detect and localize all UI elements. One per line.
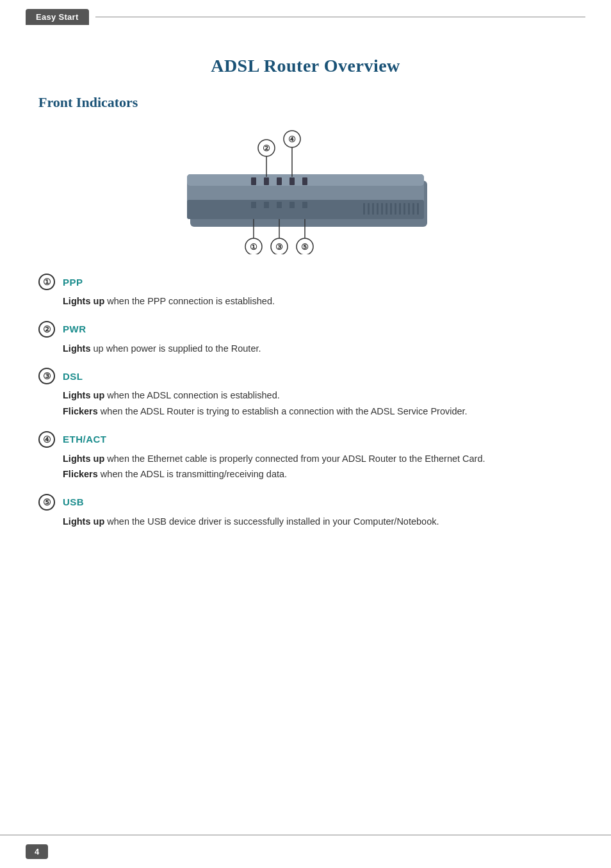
indicator-bold-pwr-1: Lights	[63, 343, 91, 354]
indicator-item-ppp: ① PPP Lights up when the PPP connection …	[38, 274, 573, 309]
indicator-desc-ethact: Lights up when the Ethernet cable is pro…	[38, 451, 573, 482]
indicator-bold-ppp-1: Lights up	[63, 296, 104, 306]
svg-text:⑤: ⑤	[301, 242, 309, 252]
main-title: ADSL Router Overview	[38, 56, 573, 76]
svg-text:④: ④	[288, 135, 296, 144]
indicator-header-ethact: ④ ETH/ACT	[38, 431, 573, 448]
svg-rect-5	[264, 177, 269, 185]
svg-rect-15	[390, 203, 392, 215]
svg-rect-18	[403, 203, 405, 215]
svg-rect-14	[386, 203, 387, 215]
indicator-label-dsl: DSL	[63, 371, 83, 382]
indicator-item-dsl: ③ DSL Lights up when the ADSL connection…	[38, 368, 573, 419]
indicator-item-usb: ⑤ USB Lights up when the USB device driv…	[38, 494, 573, 530]
svg-rect-20	[412, 203, 414, 215]
header-bar: Easy Start	[0, 0, 611, 31]
svg-rect-13	[381, 203, 383, 215]
indicator-num-4: ④	[38, 431, 55, 448]
svg-text:②: ②	[263, 143, 270, 153]
indicator-bold-dsl-2: Flickers	[63, 406, 98, 416]
indicator-header-pwr: ② PWR	[38, 321, 573, 338]
svg-rect-4	[251, 177, 256, 185]
indicator-header-usb: ⑤ USB	[38, 494, 573, 511]
easy-start-tab: Easy Start	[26, 9, 89, 25]
svg-rect-24	[277, 202, 282, 208]
svg-rect-25	[289, 202, 295, 208]
svg-rect-6	[277, 177, 282, 185]
footer: 4	[0, 835, 611, 868]
page-number-badge: 4	[26, 844, 48, 859]
svg-rect-7	[289, 177, 295, 185]
svg-rect-16	[395, 203, 396, 215]
indicator-bold-ethact-2: Flickers	[63, 469, 98, 479]
svg-text:①: ①	[250, 242, 257, 252]
indicator-desc-pwr: Lights up when power is supplied to the …	[38, 341, 573, 357]
router-svg: ② ④ ① ③ ⑤	[152, 126, 459, 254]
indicator-bold-ethact-1: Lights up	[63, 454, 104, 464]
indicator-bold-usb-1: Lights up	[63, 516, 104, 527]
indicator-item-pwr: ② PWR Lights up when power is supplied t…	[38, 321, 573, 357]
footer-line	[57, 851, 585, 852]
indicator-num-1: ①	[38, 274, 55, 290]
router-diagram: ② ④ ① ③ ⑤	[38, 126, 573, 254]
indicator-desc-dsl: Lights up when the ADSL connection is es…	[38, 388, 573, 419]
indicator-header-dsl: ③ DSL	[38, 368, 573, 384]
indicator-desc-ppp: Lights up when the PPP connection is est…	[38, 293, 573, 309]
svg-rect-10	[368, 203, 370, 215]
svg-rect-8	[302, 177, 307, 185]
indicator-item-ethact: ④ ETH/ACT Lights up when the Ethernet ca…	[38, 431, 573, 482]
indicator-num-2: ②	[38, 321, 55, 338]
svg-rect-23	[264, 202, 269, 208]
page-content: ADSL Router Overview Front Indicators	[0, 31, 611, 579]
svg-rect-17	[399, 203, 401, 215]
indicator-label-pwr: PWR	[63, 323, 86, 334]
indicator-label-ethact: ETH/ACT	[63, 434, 107, 445]
indicators-list: ① PPP Lights up when the PPP connection …	[38, 274, 573, 529]
indicator-num-5: ⑤	[38, 494, 55, 511]
indicator-desc-usb: Lights up when the USB device driver is …	[38, 514, 573, 530]
svg-rect-19	[408, 203, 410, 215]
indicator-header-ppp: ① PPP	[38, 274, 573, 290]
header-line	[95, 17, 585, 18]
svg-rect-26	[302, 202, 307, 208]
section-title: Front Indicators	[38, 94, 573, 111]
svg-rect-12	[377, 203, 379, 215]
svg-rect-9	[363, 203, 365, 215]
svg-rect-21	[417, 203, 419, 215]
svg-rect-11	[372, 203, 374, 215]
svg-text:③: ③	[275, 242, 283, 252]
svg-rect-22	[251, 202, 256, 208]
indicator-num-3: ③	[38, 368, 55, 384]
indicator-bold-dsl-1: Lights up	[63, 390, 104, 400]
indicator-label-usb: USB	[63, 496, 84, 507]
indicator-label-ppp: PPP	[63, 277, 83, 288]
